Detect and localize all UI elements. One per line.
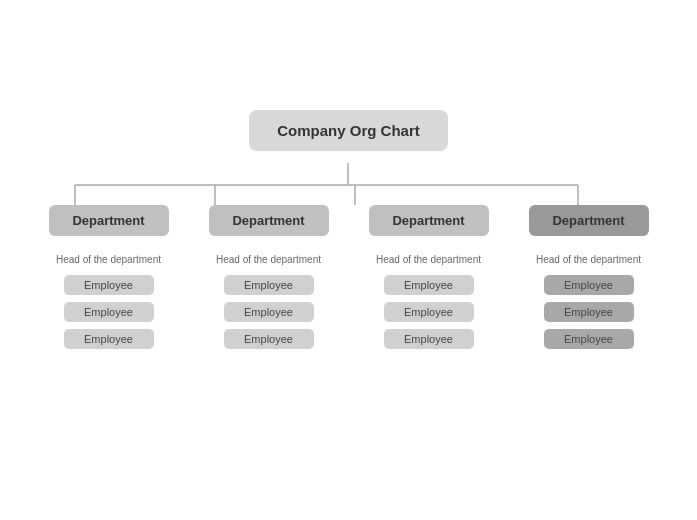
dept-col-2: Department Head of the department Employ…: [204, 205, 334, 356]
department-row: Department Head of the department Employ…: [0, 205, 697, 356]
emp-box-2-1: Employee: [224, 275, 314, 295]
head-label-4: Head of the department: [529, 254, 649, 265]
emp-box-2-2: Employee: [224, 302, 314, 322]
dept-box-3: Department: [369, 205, 489, 236]
emp-box-3-2: Employee: [384, 302, 474, 322]
emp-box-4-1: Employee: [544, 275, 634, 295]
dept-box-2: Department: [209, 205, 329, 236]
emp-box-3-1: Employee: [384, 275, 474, 295]
dept-box-1: Department: [49, 205, 169, 236]
emp-box-1-2: Employee: [64, 302, 154, 322]
head-label-2: Head of the department: [209, 254, 329, 265]
emp-box-4-3: Employee: [544, 329, 634, 349]
root-node: Company Org Chart: [249, 110, 448, 151]
emp-box-1-3: Employee: [64, 329, 154, 349]
head-label-1: Head of the department: [49, 254, 169, 265]
head-label-3: Head of the department: [369, 254, 489, 265]
dept-col-3: Department Head of the department Employ…: [364, 205, 494, 356]
emp-box-1-1: Employee: [64, 275, 154, 295]
chart-title: Company Org Chart: [277, 122, 420, 139]
org-chart: Company Org Chart Department Head of the…: [0, 0, 697, 520]
emp-box-3-3: Employee: [384, 329, 474, 349]
emp-box-4-2: Employee: [544, 302, 634, 322]
dept-col-4: Department Head of the department Employ…: [524, 205, 654, 356]
emp-box-2-3: Employee: [224, 329, 314, 349]
dept-box-4: Department: [529, 205, 649, 236]
dept-col-1: Department Head of the department Employ…: [44, 205, 174, 356]
